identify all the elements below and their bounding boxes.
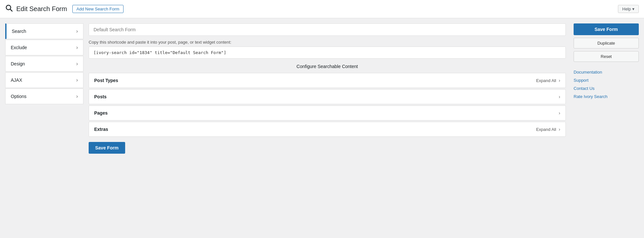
content-area: Copy this shortcode and paste it into yo… (89, 23, 566, 233)
duplicate-button[interactable]: Duplicate (574, 38, 639, 49)
sidebar-item-label-search: Search (12, 29, 26, 34)
chevron-right-icon: › (559, 110, 560, 116)
search-icon-large (5, 4, 13, 14)
page-title-text: Edit Search Form (16, 5, 67, 13)
accordion-posts: Posts › (89, 89, 566, 104)
configure-title: Configure Searchable Content (89, 64, 566, 69)
top-bar: Edit Search Form Add New Search Form Hel… (0, 0, 644, 18)
sidebar-item-label-design: Design (11, 61, 25, 66)
shortcode-section: Copy this shortcode and paste it into yo… (89, 40, 566, 59)
bottom-save-section: Save Form (89, 142, 566, 154)
accordion-post-types-right: Expand All › (536, 78, 560, 83)
chevron-right-icon: › (76, 28, 78, 34)
add-new-button[interactable]: Add New Search Form (72, 5, 124, 13)
help-button[interactable]: Help ▾ (618, 5, 639, 13)
accordion-extras: Extras Expand All › (89, 122, 566, 137)
form-name-input[interactable] (89, 23, 566, 36)
accordion-extras-label: Extras (94, 127, 108, 132)
expand-all-post-types[interactable]: Expand All (536, 78, 556, 83)
accordion-pages-right: › (559, 110, 560, 116)
help-label: Help (622, 7, 631, 11)
chevron-right-icon: › (76, 45, 78, 50)
sidebar-item-exclude[interactable]: Exclude › (5, 40, 83, 55)
accordion-post-types: Post Types Expand All › (89, 73, 566, 88)
accordion-pages-header[interactable]: Pages › (89, 106, 565, 120)
right-sidebar: Save Form Duplicate Reset Documentation … (574, 23, 639, 233)
accordion-post-types-header[interactable]: Post Types Expand All › (89, 73, 565, 88)
accordion-post-types-label: Post Types (94, 78, 118, 83)
chevron-right-icon: › (76, 93, 78, 99)
documentation-link[interactable]: Documentation (574, 70, 639, 75)
accordion-pages: Pages › (89, 105, 566, 120)
right-links: Documentation Support Contact Us Rate Iv… (574, 70, 639, 99)
chevron-right-icon: › (559, 94, 560, 99)
sidebar-item-options[interactable]: Options › (5, 89, 83, 104)
sidebar-item-design[interactable]: Design › (5, 56, 83, 72)
shortcode-label: Copy this shortcode and paste it into yo… (89, 40, 566, 45)
sidebar-item-search[interactable]: Search › (5, 23, 83, 39)
reset-button[interactable]: Reset (574, 51, 639, 62)
save-form-bottom-button[interactable]: Save Form (89, 142, 125, 154)
sidebar-item-ajax[interactable]: AJAX › (5, 72, 83, 88)
chevron-right-icon: › (76, 77, 78, 83)
sidebar-item-label-options: Options (11, 94, 26, 99)
expand-all-extras[interactable]: Expand All (536, 127, 556, 132)
accordion-extras-right: Expand All › (536, 127, 560, 132)
chevron-right-icon: › (559, 78, 560, 83)
svg-point-0 (6, 5, 11, 10)
support-link[interactable]: Support (574, 78, 639, 83)
main-layout: Search › Exclude › Design › AJAX › Optio… (0, 18, 644, 238)
svg-line-1 (10, 9, 13, 12)
contact-us-link[interactable]: Contact Us (574, 86, 639, 91)
shortcode-box[interactable]: [ivory-search id="1834" title="Default S… (89, 47, 566, 59)
sidebar-item-label-ajax: AJAX (11, 77, 22, 83)
sidebar-item-label-exclude: Exclude (11, 45, 27, 50)
accordion-pages-label: Pages (94, 110, 108, 116)
sidebar: Search › Exclude › Design › AJAX › Optio… (5, 23, 83, 233)
accordion-posts-right: › (559, 94, 560, 99)
chevron-right-icon: › (76, 61, 78, 67)
page-title: Edit Search Form (5, 4, 67, 14)
accordion-posts-label: Posts (94, 94, 107, 99)
chevron-right-icon: › (559, 127, 560, 132)
save-form-button[interactable]: Save Form (574, 23, 639, 35)
top-bar-left: Edit Search Form Add New Search Form (5, 4, 124, 14)
rate-link[interactable]: Rate Ivory Search (574, 94, 639, 99)
chevron-down-icon: ▾ (632, 7, 635, 11)
accordion-extras-header[interactable]: Extras Expand All › (89, 122, 565, 136)
accordion-posts-header[interactable]: Posts › (89, 90, 565, 104)
